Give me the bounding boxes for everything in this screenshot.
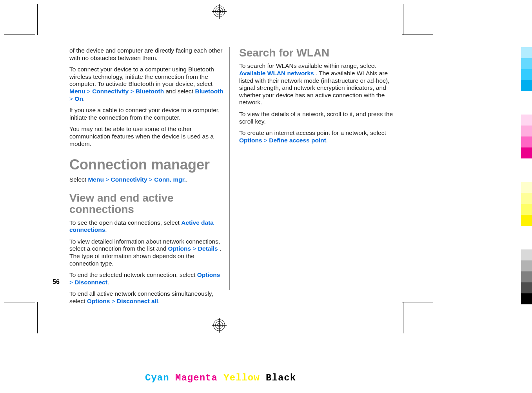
body-text: To create an internet access point for a… xyxy=(239,129,395,144)
magenta-label: Magenta xyxy=(175,373,218,383)
color-calibration-bars xyxy=(521,47,532,328)
page-content: of the device and computer are directly … xyxy=(69,47,395,290)
text: . xyxy=(83,95,85,102)
separator: > xyxy=(264,137,269,144)
menu-link: Connectivity xyxy=(92,88,129,95)
cyan-label: Cyan xyxy=(145,373,169,383)
separator: > xyxy=(87,88,92,95)
body-text: To view the details of a network, scroll… xyxy=(239,111,395,125)
text: . xyxy=(186,176,187,183)
heading-view-end-connections: View and end active connections xyxy=(69,192,225,215)
cmyk-footer: Cyan Magenta Yellow Black xyxy=(145,373,296,383)
color-swatch xyxy=(521,271,532,282)
color-swatch xyxy=(521,293,532,304)
color-swatch xyxy=(521,136,532,147)
color-swatch xyxy=(521,260,532,271)
body-text: To connect your device to a computer usi… xyxy=(69,66,225,102)
text: To see the open data connections, select xyxy=(69,219,181,226)
menu-link: Bluetooth xyxy=(136,88,164,95)
text: To connect your device to a computer usi… xyxy=(69,66,214,87)
text: . xyxy=(107,279,109,286)
body-text: To end the selected network connection, … xyxy=(69,271,225,286)
menu-link: Disconnect xyxy=(74,279,107,286)
color-swatch xyxy=(521,126,532,136)
black-label: Black xyxy=(266,373,296,383)
menu-link: Details xyxy=(198,245,218,252)
separator: > xyxy=(69,279,74,286)
crop-mark xyxy=(37,4,38,35)
color-swatch xyxy=(521,215,532,226)
color-swatch xyxy=(521,147,532,158)
text: . xyxy=(105,226,107,233)
color-swatch xyxy=(521,193,532,204)
body-text: If you use a cable to connect your devic… xyxy=(69,107,225,121)
heading-search-wlan: Search for WLAN xyxy=(239,47,395,58)
crop-mark xyxy=(402,35,433,35)
text: To create an internet access point for a… xyxy=(239,129,386,136)
color-swatch xyxy=(521,249,532,260)
crop-mark xyxy=(402,302,433,302)
color-swatch xyxy=(521,80,532,91)
body-text: To search for WLANs available within ran… xyxy=(239,62,395,106)
heading-connection-manager: Connection manager xyxy=(69,156,225,173)
menu-link: Menu xyxy=(69,88,85,95)
menu-link: Define access point xyxy=(269,137,326,144)
color-swatch xyxy=(521,282,532,293)
separator: > xyxy=(149,176,154,183)
registration-mark-icon xyxy=(212,318,227,333)
body-text: To see the open data connections, select… xyxy=(69,219,225,234)
menu-link: On xyxy=(74,95,83,102)
menu-link: Available WLAN networks xyxy=(239,70,314,76)
menu-link: Bluetooth xyxy=(195,88,223,95)
separator: > xyxy=(130,88,135,95)
body-text: of the device and computer are directly … xyxy=(69,47,225,62)
color-swatch xyxy=(521,182,532,193)
separator: > xyxy=(192,245,198,252)
text: To search for WLANs available within ran… xyxy=(239,62,376,69)
body-text: You may not be able to use some of the o… xyxy=(69,126,225,147)
text: . xyxy=(326,137,328,144)
menu-link: Menu xyxy=(88,176,103,183)
menu-link: Connectivity xyxy=(111,176,147,183)
body-text: To end all active network connections si… xyxy=(69,290,225,305)
body-text: Select Menu > Connectivity > Conn. mgr.. xyxy=(69,176,225,184)
text: . xyxy=(158,298,160,304)
menu-link: Options xyxy=(168,245,191,252)
color-swatch xyxy=(521,47,532,58)
menu-link: Options xyxy=(87,298,110,304)
crop-mark xyxy=(403,4,403,35)
text: Select xyxy=(69,176,88,183)
left-column: of the device and computer are directly … xyxy=(69,47,225,290)
separator: > xyxy=(112,298,117,304)
crop-mark xyxy=(403,302,403,333)
separator: > xyxy=(69,95,74,102)
separator: > xyxy=(105,176,111,183)
crop-mark xyxy=(4,302,35,302)
color-swatch xyxy=(521,69,532,80)
menu-link: Options xyxy=(197,271,220,278)
registration-mark-icon xyxy=(212,4,227,19)
menu-link: Disconnect all xyxy=(117,298,158,304)
body-text: To view detailed information about netwo… xyxy=(69,238,225,267)
yellow-label: Yellow xyxy=(223,373,260,383)
crop-mark xyxy=(37,302,38,333)
text: and select xyxy=(165,88,195,95)
page-number: 56 xyxy=(53,278,60,286)
color-swatch xyxy=(521,58,532,69)
menu-link: Conn. mgr. xyxy=(154,176,186,183)
color-swatch xyxy=(521,115,532,126)
menu-link: Options xyxy=(239,137,262,144)
text: To end the selected network connection, … xyxy=(69,271,197,278)
right-column: Search for WLAN To search for WLANs avai… xyxy=(239,47,395,290)
crop-mark xyxy=(4,35,35,35)
color-swatch xyxy=(521,204,532,215)
